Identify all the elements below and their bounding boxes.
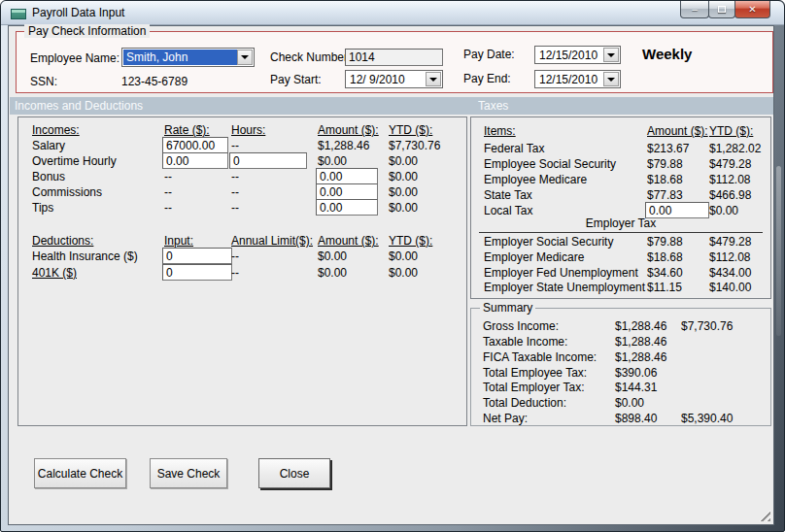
- income-label: Commissions: [32, 184, 102, 200]
- summary-amount: $1,288.46: [615, 334, 666, 349]
- ssn-label: SSN:: [30, 75, 57, 89]
- taxes-panel: Items: Amount ($): YTD ($): Federal Tax …: [470, 116, 771, 299]
- tax-amount: $18.68: [647, 172, 683, 187]
- summary-row-net-pay: Net Pay: $898.40 $5,390.40: [471, 411, 770, 426]
- tax-ytd: $479.28: [709, 156, 751, 172]
- tips-amount-input[interactable]: [316, 199, 378, 216]
- summary-row-taxable: Taxable Income: $1,288.46: [471, 334, 770, 349]
- amount-col-header: Amount ($):: [318, 233, 379, 249]
- pay-start-dropdown-button[interactable]: [426, 72, 441, 86]
- tax-ytd: $466.98: [709, 187, 751, 203]
- income-row-tips: Tips -- -- $0.00: [18, 200, 466, 216]
- income-amount: $1,288.46: [318, 138, 369, 153]
- tax-amount: $11.15: [647, 280, 682, 295]
- ytd-col-header: YTD ($):: [709, 123, 753, 139]
- summary-row-total-deduction: Total Deduction: $0.00: [471, 395, 770, 411]
- tax-label: Employer Social Security: [484, 234, 613, 249]
- maximize-icon: [718, 6, 726, 13]
- pay-date-datepicker[interactable]: 12/15/2010: [534, 46, 621, 64]
- bonus-amount-input[interactable]: [316, 168, 378, 184]
- paycheck-info-group: Pay Check Information Employee Name: Smi…: [16, 31, 773, 93]
- tax-label: Employer Fed Unemployment: [484, 265, 638, 281]
- summary-amount: $898.40: [615, 411, 657, 426]
- pay-end-dropdown-button[interactable]: [603, 72, 619, 86]
- pay-start-label: Pay Start:: [270, 73, 322, 87]
- app-icon: [11, 9, 26, 19]
- income-hours: --: [231, 138, 239, 153]
- window-frame-highlight: [776, 166, 781, 336]
- income-label: Bonus: [32, 169, 65, 184]
- tax-amount: $18.68: [647, 249, 683, 265]
- income-ytd: $0.00: [389, 184, 418, 200]
- overtime-rate-input[interactable]: [162, 152, 228, 169]
- tax-row-emp-ss: Employee Social Security $79.88 $479.28: [471, 156, 770, 172]
- client-area: Pay Check Information Employee Name: Smi…: [8, 25, 774, 525]
- summary-amount: $1,288.46: [615, 349, 666, 365]
- annual-limit-col-header: Annual Limit($):: [231, 233, 313, 249]
- summary-row-total-employee-tax: Total Employee Tax: $390.06: [471, 365, 770, 381]
- check-number-field[interactable]: [345, 49, 443, 66]
- employee-name-combobox[interactable]: Smith, John: [121, 48, 255, 67]
- summary-amount: $1,288.46: [615, 318, 666, 334]
- items-col-header: Items:: [484, 123, 516, 139]
- taxes-header-row: Items: Amount ($): YTD ($):: [471, 123, 770, 139]
- pay-date-label: Pay Date:: [463, 48, 515, 62]
- pay-end-datepicker[interactable]: 12/15/2010: [534, 70, 621, 88]
- close-button[interactable]: Close: [258, 458, 330, 488]
- titlebar[interactable]: Payroll Data Input: [1, 1, 784, 25]
- pay-end-label: Pay End:: [463, 72, 511, 86]
- summary-group-title: Summary: [480, 301, 535, 315]
- tax-label: Federal Tax: [484, 141, 544, 156]
- tax-row-emp-medicare: Employee Medicare $18.68 $112.08: [471, 172, 770, 187]
- chevron-down-icon: [607, 53, 615, 57]
- tax-row-employer-fed-unemp: Employer Fed Unemployment $34.60 $434.00: [471, 265, 770, 281]
- close-window-button[interactable]: ✕: [734, 1, 770, 18]
- summary-amount: $144.31: [615, 380, 657, 395]
- income-label: Overtime Hourly: [32, 153, 117, 169]
- tax-row-employer-state-unemp: Employer State Unemployment $11.15 $140.…: [471, 280, 770, 295]
- tax-label: State Tax: [484, 187, 532, 203]
- tax-label: Employer State Unemployment: [484, 280, 645, 295]
- summary-label: FICA Taxable Income:: [483, 349, 597, 365]
- window-controls: – ✕: [681, 1, 770, 18]
- summary-label: Taxable Income:: [483, 334, 567, 349]
- calculate-check-button[interactable]: Calculate Check: [34, 458, 126, 488]
- tax-ytd: $112.08: [709, 249, 751, 265]
- overtime-hours-input[interactable]: [229, 152, 307, 169]
- health-insurance-input[interactable]: [162, 248, 232, 264]
- tax-amount: $213.67: [647, 141, 689, 156]
- save-check-button[interactable]: Save Check: [150, 458, 227, 488]
- employer-tax-divider: [479, 232, 763, 233]
- chevron-down-icon: [429, 78, 437, 82]
- resize-grip[interactable]: [758, 509, 770, 521]
- tax-ytd: $1,282.02: [709, 141, 761, 156]
- minimize-button[interactable]: –: [680, 1, 709, 18]
- tax-amount: $77.83: [647, 187, 683, 203]
- window-title: Payroll Data Input: [32, 6, 124, 19]
- summary-label: Net Pay:: [483, 411, 528, 426]
- 401k-input[interactable]: [162, 264, 232, 281]
- income-rate: --: [164, 184, 172, 200]
- maximize-button[interactable]: [708, 1, 735, 18]
- check-number-label: Check Number:: [270, 50, 351, 65]
- employee-name-value: Smith, John: [123, 50, 237, 65]
- chevron-down-icon: [241, 55, 249, 59]
- summary-ytd: $5,390.40: [681, 411, 733, 426]
- tax-row-employer-medicare: Employer Medicare $18.68 $112.08: [471, 249, 770, 265]
- income-hours: --: [231, 200, 239, 216]
- income-ytd: $0.00: [389, 153, 418, 169]
- pay-date-dropdown-button[interactable]: [603, 48, 619, 62]
- tax-label: Employee Medicare: [484, 172, 587, 187]
- tax-ytd: $112.08: [709, 172, 751, 187]
- incomes-header-row: Incomes: Rate ($): Hours: Amount ($): YT…: [18, 122, 466, 138]
- deduction-limit: --: [231, 249, 239, 264]
- income-row-overtime: Overtime Hourly $0.00 $0.00: [18, 153, 466, 169]
- salary-rate-input[interactable]: [162, 137, 228, 153]
- 401k-link[interactable]: 401K ($): [32, 265, 77, 281]
- income-label: Salary: [32, 138, 65, 153]
- pay-start-datepicker[interactable]: 12/ 9/2010: [345, 70, 443, 88]
- summary-row-gross: Gross Income: $1,288.46 $7,730.76: [471, 318, 770, 334]
- commissions-amount-input[interactable]: [316, 183, 378, 200]
- minimize-icon: –: [692, 4, 698, 15]
- employee-name-dropdown-button[interactable]: [237, 50, 253, 65]
